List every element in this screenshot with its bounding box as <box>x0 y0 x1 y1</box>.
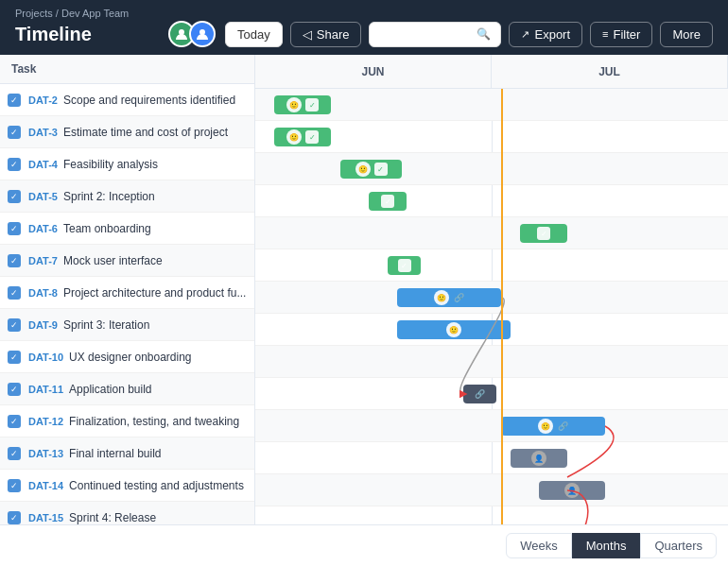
task-name: Sprint 2: Inception <box>63 190 155 203</box>
bar-icon-dat8: 🙂 <box>434 290 449 305</box>
task-row[interactable]: DAT-5 Sprint 2: Inception <box>0 180 254 213</box>
task-checkbox[interactable] <box>8 383 21 396</box>
bar-dat12[interactable]: 🙂 🔗 <box>501 417 605 436</box>
bar-check-dat6: ✓ <box>537 227 550 240</box>
task-id: DAT-14 <box>28 480 63 491</box>
bar-icon-dat12: 🙂 <box>538 419 553 434</box>
search-box: 🔍 <box>369 22 501 47</box>
filter-button[interactable]: ≡ Filter <box>590 22 652 47</box>
task-rows-container: DAT-2 Scope and requirements identified … <box>0 84 254 524</box>
task-row[interactable]: DAT-15 Sprint 4: Release <box>0 502 254 524</box>
task-list-header: Task <box>0 55 254 84</box>
breadcrumb-team[interactable]: Dev App Team <box>61 8 129 19</box>
task-id: DAT-8 <box>28 287 58 299</box>
bar-dat5[interactable]: ✓ <box>369 192 407 211</box>
app-container: Projects / Dev App Team Timeline Today ◁… <box>0 0 728 566</box>
task-id: DAT-15 <box>28 512 63 523</box>
breadcrumb-projects[interactable]: Projects <box>15 8 53 19</box>
bar-dat7[interactable]: ✓ <box>388 256 421 275</box>
task-checkbox[interactable] <box>8 447 21 460</box>
gantt-row-dat12: 🙂 🔗 <box>255 410 728 442</box>
gantt-row-dat10 <box>255 346 728 378</box>
header-row: Timeline Today ◁ Share 🔍 <box>15 21 713 47</box>
task-checkbox[interactable] <box>8 190 21 203</box>
bar-check-dat3: ✓ <box>305 130 319 144</box>
task-row[interactable]: DAT-13 Final internal build <box>0 437 254 470</box>
bar-link-dat11: 🔗 <box>475 389 485 399</box>
task-checkbox[interactable] <box>8 511 21 524</box>
task-row[interactable]: DAT-10 UX designer onboarding <box>0 341 254 373</box>
bar-dat8[interactable]: 🙂 🔗 <box>397 288 501 307</box>
task-list: Task DAT-2 Scope and requirements identi… <box>0 55 255 524</box>
filter-icon: ≡ <box>602 28 608 40</box>
quarters-button[interactable]: Quarters <box>640 533 717 558</box>
task-checkbox[interactable] <box>8 254 21 267</box>
avatar-user2[interactable] <box>189 21 216 47</box>
bar-icon-dat14: 👤 <box>564 483 580 498</box>
page-title: Timeline <box>15 24 159 45</box>
search-icon: 🔍 <box>477 27 491 41</box>
export-icon: ↗ <box>521 28 529 41</box>
task-id: DAT-3 <box>28 127 58 138</box>
header-controls: Today ◁ Share 🔍 ↗ Export ≡ Filter <box>225 22 713 47</box>
task-checkbox[interactable] <box>8 479 21 492</box>
task-row[interactable]: DAT-2 Scope and requirements identified <box>0 84 254 116</box>
task-checkbox[interactable] <box>8 286 21 300</box>
task-row[interactable]: DAT-14 Continued testing and adjustments <box>0 470 254 502</box>
task-row[interactable]: DAT-4 Feasibility analysis <box>0 148 254 180</box>
task-checkbox[interactable] <box>8 158 21 171</box>
task-name: UX designer onboarding <box>69 351 191 364</box>
gantt-row-dat2: 🙂 ✓ <box>255 89 728 121</box>
task-checkbox[interactable] <box>8 222 21 235</box>
bar-icon-dat3: 🙂 <box>286 129 302 145</box>
task-id: DAT-6 <box>28 223 58 234</box>
month-jun: JUN <box>255 55 492 88</box>
task-name: Continued testing and adjustments <box>69 479 244 492</box>
task-checkbox[interactable] <box>8 415 21 428</box>
task-row[interactable]: DAT-6 Team onboarding <box>0 213 254 245</box>
task-name: Estimate time and cost of project <box>63 126 228 139</box>
task-checkbox[interactable] <box>8 318 21 332</box>
task-checkbox[interactable] <box>8 351 21 364</box>
task-name: Sprint 3: Iteration <box>63 318 149 332</box>
bar-dat3[interactable]: 🙂 ✓ <box>274 128 331 146</box>
gantt-row-dat7: ✓ <box>255 249 728 282</box>
bar-check-dat2: ✓ <box>305 98 319 111</box>
export-button[interactable]: ↗ Export <box>509 22 582 47</box>
more-button[interactable]: More <box>660 22 713 47</box>
gantt-row-dat4: 🙂 ✓ <box>255 153 728 185</box>
task-id: DAT-10 <box>28 352 63 363</box>
bar-dat13[interactable]: 👤 <box>511 449 567 468</box>
gantt-header: JUN JUL <box>255 55 728 89</box>
bar-dat6[interactable]: ✓ <box>520 224 567 243</box>
bar-icon-dat2: 🙂 <box>286 97 302 112</box>
share-button[interactable]: ◁ Share <box>290 22 362 47</box>
bar-dat2[interactable]: 🙂 ✓ <box>274 95 331 114</box>
task-id: DAT-5 <box>28 191 58 202</box>
gantt-rows: 🙂 ✓ 🙂 ✓ 🙂 ✓ <box>255 89 728 524</box>
task-checkbox[interactable] <box>8 126 21 139</box>
bar-dat9[interactable]: 🙂 <box>397 320 511 339</box>
task-row[interactable]: DAT-9 Sprint 3: Iteration <box>0 309 254 341</box>
task-checkbox[interactable] <box>8 94 21 107</box>
timeline-container: Task DAT-2 Scope and requirements identi… <box>0 55 728 524</box>
today-button[interactable]: Today <box>225 22 283 47</box>
task-row[interactable]: DAT-7 Mock user interface <box>0 245 254 277</box>
task-row[interactable]: DAT-11 Application build <box>0 373 254 405</box>
task-row[interactable]: DAT-12 Finalization, testing, and tweaki… <box>0 405 254 437</box>
bar-dat14[interactable]: 👤 <box>539 481 605 500</box>
task-row[interactable]: DAT-8 Project architecture and product f… <box>0 277 254 309</box>
months-button[interactable]: Months <box>572 533 641 558</box>
task-name: Sprint 4: Release <box>69 511 156 524</box>
bar-dat11[interactable]: 🔗 <box>463 385 496 403</box>
bar-icon-dat13: 👤 <box>531 451 546 466</box>
task-row[interactable]: DAT-3 Estimate time and cost of project <box>0 116 254 148</box>
task-name: Mock user interface <box>63 254 163 267</box>
bar-dat4[interactable]: 🙂 ✓ <box>340 160 402 179</box>
task-name: Team onboarding <box>63 222 151 235</box>
task-name: Project architecture and product fu... <box>63 286 246 300</box>
weeks-button[interactable]: Weeks <box>506 533 572 558</box>
gantt-row-dat5: ✓ <box>255 185 728 217</box>
search-input[interactable] <box>379 27 472 42</box>
gantt-row-dat15 <box>255 506 728 524</box>
